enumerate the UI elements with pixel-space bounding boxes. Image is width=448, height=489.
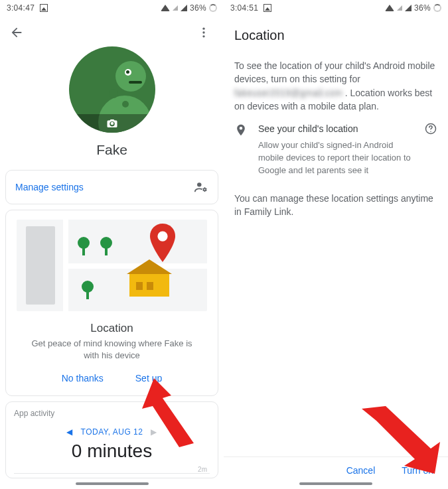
activity-date-nav: ◀ TODAY, AUG 12 ▶	[14, 427, 210, 437]
location-intro-para: To see the location of your child's Andr…	[234, 59, 437, 113]
svg-point-3	[197, 182, 201, 186]
status-time: 3:04:47	[7, 3, 35, 13]
child-email-blurred: fakeuser2019@gmail.com	[234, 88, 342, 98]
wifi-icon	[385, 5, 394, 11]
see-location-note: See your child's location Allow your chi…	[234, 122, 437, 177]
location-card-title: Location	[13, 322, 211, 335]
status-battery: 36%	[190, 3, 206, 13]
child-avatar[interactable]	[69, 46, 155, 133]
location-permission-screen: 3:04:51 36% Location To see the location…	[224, 0, 448, 489]
screenshot-notif-icon	[263, 4, 271, 12]
location-card-subtitle: Get peace of mind knowing where Fake is …	[29, 338, 195, 361]
svg-point-2	[202, 35, 204, 37]
map-pin-icon	[148, 224, 177, 262]
manage-settings-link[interactable]: Manage settings	[15, 182, 84, 192]
signal-sim1-icon	[173, 5, 178, 11]
see-location-desc: Allow your child's signed-in Android mob…	[258, 139, 415, 177]
family-link-profile-screen: 3:04:47 36% Fake	[0, 0, 224, 489]
signal-sim2-icon	[405, 5, 411, 11]
gesture-nav-bar[interactable]	[224, 478, 448, 489]
app-bar: Location	[224, 16, 448, 47]
wifi-icon	[161, 5, 170, 11]
profile-section: Fake	[0, 46, 224, 158]
status-time: 3:04:51	[230, 3, 258, 13]
camera-icon	[106, 117, 118, 129]
back-button[interactable]	[9, 25, 24, 40]
location-setup-card: Location Get peace of mind knowing where…	[5, 210, 218, 396]
svg-point-5	[157, 231, 167, 241]
turn-on-button[interactable]: Turn on	[402, 465, 433, 476]
activity-date[interactable]: TODAY, AUG 12	[81, 427, 143, 437]
manage-note-para: You can manage these location settings a…	[234, 192, 437, 219]
activity-total: 0 minutes	[14, 441, 210, 462]
status-bar: 3:04:51 36%	[224, 0, 448, 16]
edit-photo-strip[interactable]	[69, 114, 155, 133]
screenshot-notif-icon	[40, 4, 48, 12]
sync-spinner-icon	[433, 4, 441, 12]
manage-settings-card[interactable]: Manage settings	[5, 170, 218, 204]
dialog-action-bar: Cancel Turn on	[224, 456, 448, 480]
svg-point-0	[202, 28, 204, 30]
gesture-nav-bar[interactable]	[0, 478, 224, 489]
status-battery: 36%	[414, 3, 431, 13]
app-activity-label: App activity	[14, 409, 210, 418]
svg-point-8	[430, 131, 431, 133]
page-title: Location	[234, 28, 437, 43]
status-bar: 3:04:47 36%	[0, 0, 224, 16]
sync-spinner-icon	[209, 4, 217, 12]
activity-axis-tick: 2m	[14, 466, 210, 474]
people-gear-icon	[194, 180, 208, 194]
child-name: Fake	[0, 142, 224, 158]
signal-sim2-icon	[181, 5, 187, 11]
next-day-button[interactable]: ▶	[151, 427, 157, 437]
set-up-button[interactable]: Set up	[135, 373, 162, 384]
overflow-menu-button[interactable]	[197, 26, 214, 39]
help-button[interactable]	[424, 122, 437, 139]
signal-sim1-icon	[397, 5, 402, 11]
cancel-button[interactable]: Cancel	[346, 465, 376, 476]
app-activity-card[interactable]: App activity ◀ TODAY, AUG 12 ▶ 0 minutes…	[5, 401, 218, 478]
location-body: To see the location of your child's Andr…	[224, 59, 448, 219]
no-thanks-button[interactable]: No thanks	[62, 373, 104, 384]
location-pin-icon	[234, 123, 249, 177]
svg-point-1	[202, 31, 204, 33]
location-illustration	[17, 220, 207, 311]
app-bar	[0, 16, 224, 42]
prev-day-button[interactable]: ◀	[66, 427, 73, 437]
see-location-title: See your child's location	[258, 122, 415, 135]
